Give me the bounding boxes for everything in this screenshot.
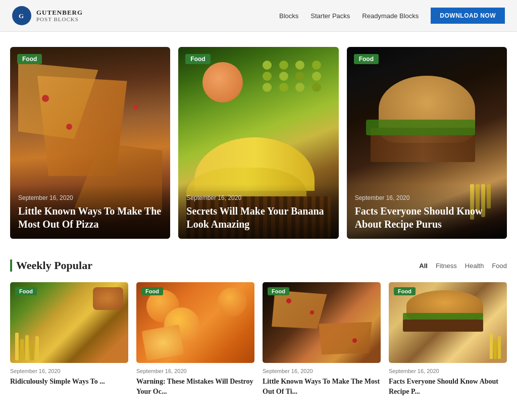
card-date-2: September 16, 2020 — [186, 194, 330, 201]
section-title: Weekly Popular — [10, 259, 92, 272]
popular-date-4: September 16, 2020 — [389, 368, 507, 374]
featured-card-pizza[interactable]: Food September 16, 2020 Little Known Way… — [10, 47, 170, 239]
main-nav: Blocks Starter Packs Readymade Blocks DO… — [279, 8, 505, 24]
popular-card-pizza2[interactable]: Food September 16, 2020 Little Known Way… — [263, 282, 381, 396]
nav-starter-packs[interactable]: Starter Packs — [311, 12, 350, 20]
card-tag-1: Food — [17, 54, 42, 64]
popular-card-burger2[interactable]: Food September 16, 2020 Facts Everyone S… — [389, 282, 507, 396]
card-tag-3: Food — [354, 54, 379, 64]
nav-blocks[interactable]: Blocks — [279, 12, 298, 20]
popular-card-img-pizza2: Food — [263, 282, 381, 363]
featured-row: Food September 16, 2020 Little Known Way… — [10, 47, 507, 239]
popular-tag-4: Food — [394, 287, 416, 295]
popular-title-1: Ridiculously Simple Ways To ... — [10, 377, 128, 387]
featured-card-burger[interactable]: Food September 16, 2020 Facts Everyone S… — [347, 47, 507, 239]
site-header: G GUTENBERG POST BLOCKS Blocks Starter P… — [0, 0, 517, 32]
svg-text:G: G — [19, 12, 24, 20]
filter-tabs: All Fitness Health Food — [419, 262, 507, 270]
popular-date-2: September 16, 2020 — [136, 368, 254, 374]
popular-title-4: Facts Everyone Should Know About Recipe … — [389, 377, 507, 396]
popular-title-2: Warning: These Mistakes Will Destroy You… — [136, 377, 254, 396]
filter-health[interactable]: Health — [465, 262, 484, 270]
popular-title-3: Little Known Ways To Make The Most Out O… — [263, 377, 381, 396]
download-button[interactable]: DOWNLOAD NOW — [431, 8, 505, 24]
logo-icon: G — [12, 6, 31, 25]
popular-card-img-burger2: Food — [389, 282, 507, 363]
card-tag-2: Food — [185, 54, 210, 64]
popular-tag-2: Food — [141, 287, 163, 295]
popular-card-fries[interactable]: Food September 16, 2020 Ridiculously Sim… — [10, 282, 128, 396]
card-overlay-3: September 16, 2020 Facts Everyone Should… — [347, 184, 507, 239]
card-overlay-2: September 16, 2020 Secrets Will Make You… — [178, 184, 338, 239]
section-title-bar — [10, 259, 12, 272]
filter-fitness[interactable]: Fitness — [436, 262, 457, 270]
popular-tag-3: Food — [268, 287, 289, 295]
logo-subtitle: POST BLOCKS — [36, 16, 83, 23]
main-content: Food September 16, 2020 Little Known Way… — [0, 32, 517, 406]
logo[interactable]: G GUTENBERG POST BLOCKS — [12, 6, 83, 25]
section-title-text: Weekly Popular — [16, 259, 92, 272]
popular-date-1: September 16, 2020 — [10, 368, 128, 374]
popular-date-3: September 16, 2020 — [263, 368, 381, 374]
popular-row: Food September 16, 2020 Ridiculously Sim… — [10, 282, 507, 396]
card-date-3: September 16, 2020 — [355, 194, 499, 201]
card-title-2: Secrets Will Make Your Banana Look Amazi… — [186, 204, 330, 231]
card-overlay-1: September 16, 2020 Little Known Ways To … — [10, 184, 170, 239]
filter-food[interactable]: Food — [492, 262, 507, 270]
popular-card-img-citrus: Food — [136, 282, 254, 363]
popular-card-img-fries: Food — [10, 282, 128, 363]
card-title-1: Little Known Ways To Make The Most Out O… — [18, 204, 162, 231]
card-date-1: September 16, 2020 — [18, 194, 162, 201]
logo-title: GUTENBERG — [36, 9, 83, 17]
nav-readymade-blocks[interactable]: Readymade Blocks — [362, 12, 419, 20]
popular-tag-1: Food — [15, 287, 37, 295]
card-title-3: Facts Everyone Should Know About Recipe … — [355, 204, 499, 231]
logo-text: GUTENBERG POST BLOCKS — [36, 9, 83, 23]
popular-card-citrus[interactable]: Food September 16, 2020 Warning: These M… — [136, 282, 254, 396]
filter-all[interactable]: All — [419, 262, 428, 270]
section-header: Weekly Popular All Fitness Health Food — [10, 259, 507, 272]
featured-card-fruit[interactable]: Food September 16, 2020 Secrets Will Mak… — [178, 47, 338, 239]
